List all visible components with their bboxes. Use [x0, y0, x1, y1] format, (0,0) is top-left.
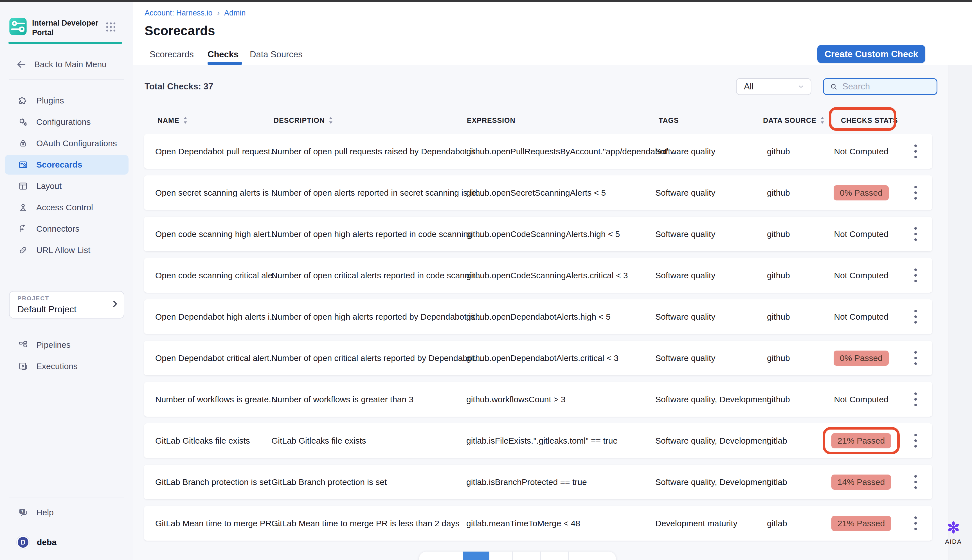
breadcrumb-admin-link[interactable]: Admin — [224, 9, 246, 17]
kebab-menu-icon[interactable] — [910, 341, 921, 375]
breadcrumb-account-link[interactable]: Account: Harness.io — [145, 9, 213, 17]
stats-badge: 14% Passed — [832, 475, 891, 490]
back-label: Back to Main Menu — [34, 60, 107, 69]
check-description: Number of open alerts reported in secret… — [271, 175, 483, 210]
avatar: D — [17, 536, 30, 549]
layout-icon — [18, 181, 28, 192]
filter-dropdown[interactable]: All — [736, 78, 812, 95]
sort-icon[interactable] — [182, 116, 189, 125]
check-tags: Software quality, Development... — [655, 465, 776, 499]
kebab-menu-icon[interactable] — [910, 299, 921, 334]
check-data-source: gitlab — [767, 465, 787, 499]
check-description: Number of open critical alerts reported … — [271, 341, 481, 375]
check-tags: Software quality — [655, 175, 715, 210]
check-data-source: github — [767, 175, 790, 210]
kebab-menu-icon[interactable] — [910, 423, 921, 458]
project-nav: Pipelines Executions — [5, 335, 129, 376]
check-stats: 21% Passed — [823, 423, 899, 458]
column-header-checks-stats: CHECKS STATS — [841, 114, 898, 127]
column-header-description[interactable]: DESCRIPTION — [274, 114, 334, 127]
check-name: GitLab Branch protection is set — [155, 465, 271, 499]
pagination-divider — [540, 552, 541, 560]
aida-assistant[interactable]: AIDA — [943, 520, 964, 545]
pagination[interactable] — [419, 552, 616, 560]
kebab-menu-icon[interactable] — [910, 506, 921, 541]
sidebar-item-executions[interactable]: Executions — [5, 357, 129, 376]
check-data-source: github — [767, 299, 790, 334]
table-row: GitLab Mean time to merge PR ... GitLab … — [144, 506, 932, 541]
table-row: Open Dependabot critical alert... Number… — [144, 341, 932, 375]
sort-icon[interactable] — [819, 116, 825, 125]
branch-icon — [18, 223, 28, 234]
sidebar-item-layout[interactable]: Layout — [5, 176, 129, 196]
help-section: ? Help — [5, 503, 129, 522]
tab-checks[interactable]: Checks — [207, 50, 239, 60]
check-name: Open Dependabot critical alert... — [155, 341, 276, 375]
sidebar-item-plugins[interactable]: Plugins — [5, 91, 129, 110]
check-name: Open Dependabot high alerts i... — [155, 299, 277, 334]
check-expression: github.workflowsCount > 3 — [466, 382, 566, 417]
sidebar-item-url-allow-list[interactable]: URL Allow List — [5, 240, 129, 260]
kebab-menu-icon[interactable] — [910, 382, 921, 417]
sidebar-item-access-control[interactable]: Access Control — [5, 198, 129, 217]
person-icon — [18, 202, 28, 213]
stats-badge: 21% Passed — [832, 433, 891, 448]
kebab-menu-icon[interactable] — [910, 465, 921, 499]
kebab-menu-icon[interactable] — [910, 175, 921, 210]
chevron-down-icon — [797, 83, 805, 90]
module-grid-icon[interactable] — [105, 21, 117, 33]
kebab-menu-icon[interactable] — [910, 258, 921, 293]
check-data-source: github — [767, 341, 790, 375]
check-expression: gitlab.isBranchProtected == true — [466, 465, 587, 499]
kebab-menu-icon[interactable] — [910, 217, 921, 251]
sidebar-item-oauth-configurations[interactable]: OAuth Configurations — [5, 133, 129, 153]
play-icon — [18, 361, 28, 372]
pipeline-icon — [18, 340, 28, 350]
window-top-strip — [0, 0, 972, 2]
sidebar-item-configurations[interactable]: Configurations — [5, 112, 129, 132]
search-input[interactable]: Search — [823, 78, 937, 95]
check-stats: 0% Passed — [823, 175, 899, 210]
divider — [9, 79, 124, 80]
check-name: Open Dependabot pull request... — [155, 134, 277, 169]
check-data-source: github — [767, 134, 790, 169]
stats-badge: 0% Passed — [833, 185, 889, 200]
sidebar: Internal Developer Portal Back to Main M… — [0, 2, 133, 560]
check-tags: Development maturity — [655, 506, 737, 541]
column-header-expression: EXPRESSION — [467, 114, 516, 127]
tab-scorecards[interactable]: Scorecards — [150, 50, 194, 60]
stats-badge: 21% Passed — [832, 516, 891, 531]
sidebar-item-scorecards[interactable]: Scorecards — [5, 155, 129, 175]
tab-data-sources[interactable]: Data Sources — [250, 50, 302, 60]
check-stats: 14% Passed — [823, 465, 899, 499]
filter-value: All — [744, 82, 753, 92]
sidebar-item-connectors[interactable]: Connectors — [5, 219, 129, 239]
breadcrumb-separator-icon: › — [217, 8, 220, 17]
sidebar-item-pipelines[interactable]: Pipelines — [5, 335, 129, 355]
svg-text:?: ? — [21, 509, 23, 513]
check-stats: Not Computed — [823, 217, 899, 251]
check-name: Number of workflows is greate... — [155, 382, 276, 417]
check-description: Number of open high alerts reported by D… — [271, 299, 482, 334]
lock-icon — [18, 138, 28, 149]
check-expression: gitlab.isFileExists.".gitleaks.toml" == … — [466, 423, 618, 458]
right-margin — [948, 65, 972, 560]
table-row: Open Dependabot pull request... Number o… — [144, 134, 932, 169]
check-name: Open code scanning critical ale... — [155, 258, 280, 293]
sidebar-item-help[interactable]: ? Help — [5, 503, 129, 522]
total-checks-label: Total Checks: 37 — [145, 82, 213, 92]
table-row: Open secret scanning alerts is ... Numbe… — [144, 175, 932, 210]
table-row: Open code scanning critical ale... Numbe… — [144, 258, 932, 293]
pagination-active-page[interactable] — [463, 552, 489, 560]
user-menu[interactable]: D deba — [5, 532, 140, 552]
sort-icon[interactable] — [328, 116, 334, 125]
pagination-divider — [568, 552, 569, 560]
create-custom-check-button[interactable]: Create Custom Check — [817, 45, 925, 63]
check-expression: github.openDependabotAlerts.high < 5 — [466, 299, 611, 334]
back-to-main-menu[interactable]: Back to Main Menu — [16, 56, 107, 73]
check-stats: Not Computed — [823, 258, 899, 293]
arrow-left-icon — [16, 59, 27, 70]
kebab-menu-icon[interactable] — [910, 134, 921, 169]
column-header-name[interactable]: NAME — [157, 114, 189, 127]
column-header-data-source[interactable]: DATA SOURCE — [763, 114, 825, 127]
